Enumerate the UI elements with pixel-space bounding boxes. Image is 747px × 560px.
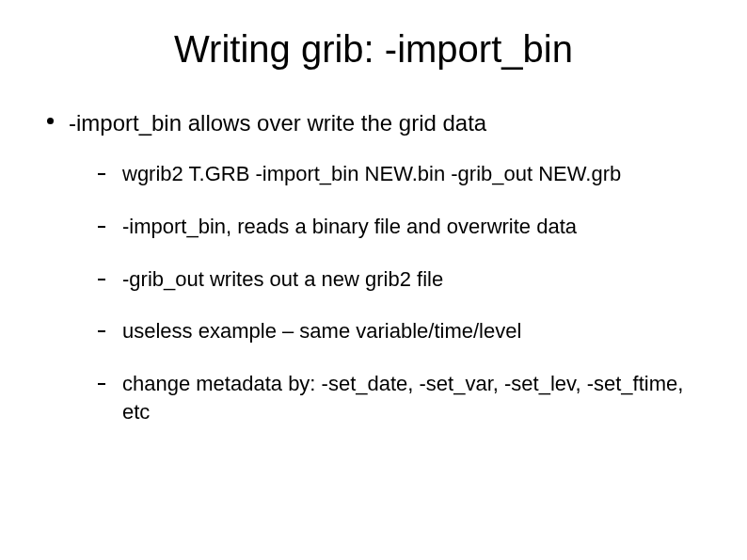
dash-icon — [98, 279, 105, 280]
bullet-text: -grib_out writes out a new grib2 file — [122, 265, 443, 294]
bullet-text: -import_bin, reads a binary file and ove… — [122, 213, 577, 241]
list-item: -import_bin allows over write the grid d… — [47, 108, 709, 137]
dash-icon — [98, 226, 105, 228]
bullet-text: useless example – same variable/time/lev… — [122, 317, 521, 345]
slide-title: Writing grib: -import_bin — [38, 28, 709, 71]
list-item: -import_bin, reads a binary file and ove… — [98, 213, 709, 241]
bullet-text: wgrib2 T.GRB -import_bin NEW.bin -grib_o… — [122, 160, 621, 188]
dash-icon — [98, 330, 105, 332]
list-item: useless example – same variable/time/lev… — [98, 317, 709, 345]
list-item: wgrib2 T.GRB -import_bin NEW.bin -grib_o… — [98, 160, 709, 188]
dash-icon — [98, 383, 105, 385]
bullet-text: -import_bin allows over write the grid d… — [69, 108, 486, 137]
list-item: change metadata by: -set_date, -set_var,… — [98, 370, 709, 425]
dash-icon — [98, 173, 105, 175]
bullet-text: change metadata by: -set_date, -set_var,… — [122, 370, 706, 425]
bullet-icon — [47, 118, 54, 124]
slide: Writing grib: -import_bin -import_bin al… — [0, 0, 747, 560]
list-item: -grib_out writes out a new grib2 file — [98, 265, 709, 294]
